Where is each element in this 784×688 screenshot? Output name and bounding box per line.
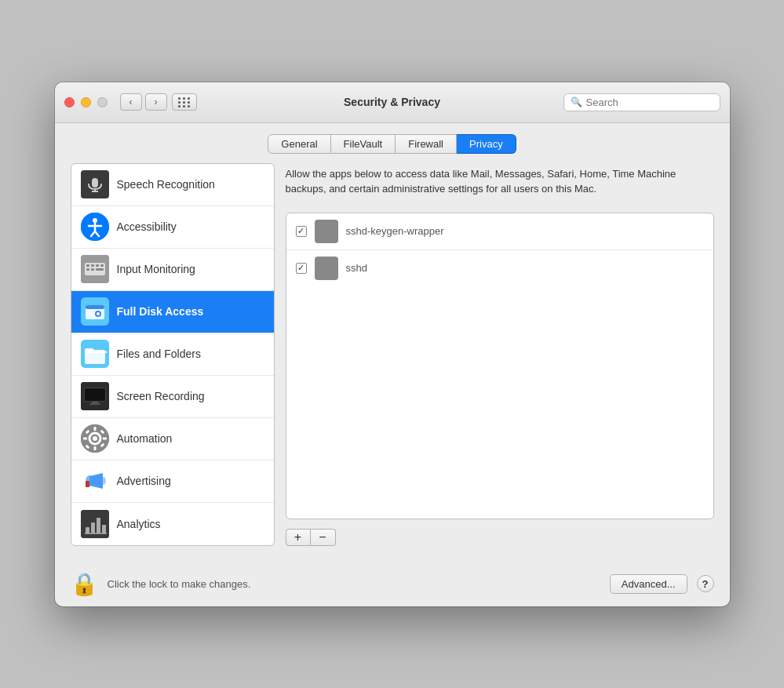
svg-rect-14: [96, 264, 99, 267]
svg-rect-1: [92, 178, 98, 187]
checkbox-sshd[interactable]: [296, 263, 307, 274]
search-bar: 🔍: [563, 93, 720, 111]
svg-rect-18: [96, 268, 104, 271]
app-list: sshd-keygen-wrapper sshd: [286, 213, 714, 519]
minimize-button[interactable]: [81, 97, 91, 107]
svg-rect-43: [86, 481, 89, 487]
sidebar-label-input-monitoring: Input Monitoring: [117, 263, 195, 275]
svg-rect-36: [83, 438, 87, 440]
svg-rect-47: [91, 522, 95, 533]
svg-rect-17: [91, 268, 94, 271]
bottom-bar: 🔒 Click the lock to make changes. Advanc…: [55, 562, 730, 606]
svg-rect-46: [86, 527, 89, 533]
sidebar-item-screen-recording[interactable]: Screen Recording: [71, 376, 274, 418]
sidebar-item-speech-recognition[interactable]: Speech Recognition: [71, 164, 274, 206]
sidebar-item-advertising[interactable]: Advertising: [71, 460, 274, 503]
svg-point-33: [93, 436, 97, 441]
tab-filevault[interactable]: FileVault: [331, 134, 396, 154]
titlebar: ‹ › Security & Privacy 🔍: [55, 82, 730, 123]
screen-icon: [81, 382, 109, 410]
svg-rect-37: [103, 438, 107, 440]
svg-rect-35: [93, 446, 96, 450]
svg-point-23: [97, 312, 100, 315]
tab-firewall[interactable]: Firewall: [396, 134, 457, 154]
svg-rect-29: [92, 402, 98, 403]
sidebar-label-full-disk-access: Full Disk Access: [117, 305, 204, 318]
main-content: Speech Recognition Accessibility: [55, 163, 730, 562]
app-icon-sshd: [315, 257, 338, 280]
checkbox-sshd-keygen-wrapper[interactable]: [296, 226, 307, 237]
analytics-icon: [81, 510, 109, 538]
remove-app-button[interactable]: −: [311, 529, 336, 546]
files-icon: [81, 340, 109, 368]
list-item: sshd-keygen-wrapper: [286, 213, 713, 250]
main-window: ‹ › Security & Privacy 🔍 General FileVau…: [55, 82, 730, 606]
help-button[interactable]: ?: [697, 575, 714, 592]
svg-rect-16: [86, 268, 89, 271]
sidebar-label-advertising: Advertising: [117, 475, 171, 487]
sidebar-label-automation: Automation: [117, 432, 173, 445]
description-text: Allow the apps below to access data like…: [286, 163, 714, 203]
app-icon-sshd-keygen-wrapper: [315, 220, 338, 243]
svg-rect-34: [93, 427, 96, 431]
svg-point-44: [101, 477, 106, 485]
maximize-button[interactable]: [97, 97, 108, 107]
svg-rect-48: [97, 518, 100, 533]
speech-icon: [81, 170, 109, 198]
sidebar: Speech Recognition Accessibility: [71, 163, 275, 546]
list-item: sshd: [286, 250, 713, 286]
app-name-sshd: sshd: [346, 262, 367, 274]
grid-button[interactable]: [172, 93, 197, 111]
forward-button[interactable]: ›: [145, 93, 167, 111]
input-icon: [81, 255, 109, 283]
add-app-button[interactable]: +: [286, 529, 311, 546]
svg-rect-28: [85, 388, 105, 401]
svg-rect-13: [91, 264, 94, 267]
sidebar-item-full-disk-access[interactable]: Full Disk Access: [71, 291, 274, 333]
accessibility-icon: [81, 213, 109, 241]
sidebar-item-files-and-folders[interactable]: Files and Folders: [71, 333, 274, 376]
sidebar-label-screen-recording: Screen Recording: [117, 390, 205, 402]
sidebar-label-speech-recognition: Speech Recognition: [117, 178, 215, 191]
automation-icon: [81, 424, 109, 453]
sidebar-item-automation[interactable]: Automation: [71, 418, 274, 460]
tab-general[interactable]: General: [268, 134, 330, 154]
grid-icon: [178, 97, 191, 107]
traffic-lights: [64, 97, 108, 107]
tabs-bar: General FileVault Firewall Privacy: [55, 123, 730, 163]
nav-buttons: ‹ ›: [120, 93, 167, 111]
svg-rect-12: [86, 264, 89, 267]
sidebar-item-accessibility[interactable]: Accessibility: [71, 206, 274, 249]
window-title: Security & Privacy: [344, 96, 440, 108]
sidebar-item-analytics[interactable]: Analytics: [71, 503, 274, 545]
lock-text: Click the lock to make changes.: [108, 578, 600, 590]
svg-rect-21: [86, 305, 104, 309]
sidebar-label-files-and-folders: Files and Folders: [117, 348, 201, 360]
app-name-sshd-keygen-wrapper: sshd-keygen-wrapper: [346, 225, 444, 237]
svg-rect-49: [102, 525, 106, 533]
svg-rect-15: [100, 264, 104, 267]
advanced-button[interactable]: Advanced...: [610, 574, 687, 594]
search-icon: 🔍: [571, 96, 582, 107]
fulldisk-icon: [81, 297, 109, 326]
sidebar-label-analytics: Analytics: [117, 518, 161, 530]
search-input[interactable]: [586, 96, 713, 108]
sidebar-item-input-monitoring[interactable]: Input Monitoring: [71, 249, 274, 291]
svg-rect-30: [89, 403, 100, 405]
tab-privacy[interactable]: Privacy: [457, 134, 516, 154]
lock-icon[interactable]: 🔒: [71, 571, 98, 597]
advertising-icon: [81, 467, 109, 495]
list-actions: + −: [286, 529, 714, 546]
right-panel: Allow the apps below to access data like…: [286, 163, 714, 546]
close-button[interactable]: [64, 97, 75, 107]
back-button[interactable]: ‹: [120, 93, 142, 111]
sidebar-label-accessibility: Accessibility: [117, 220, 177, 233]
